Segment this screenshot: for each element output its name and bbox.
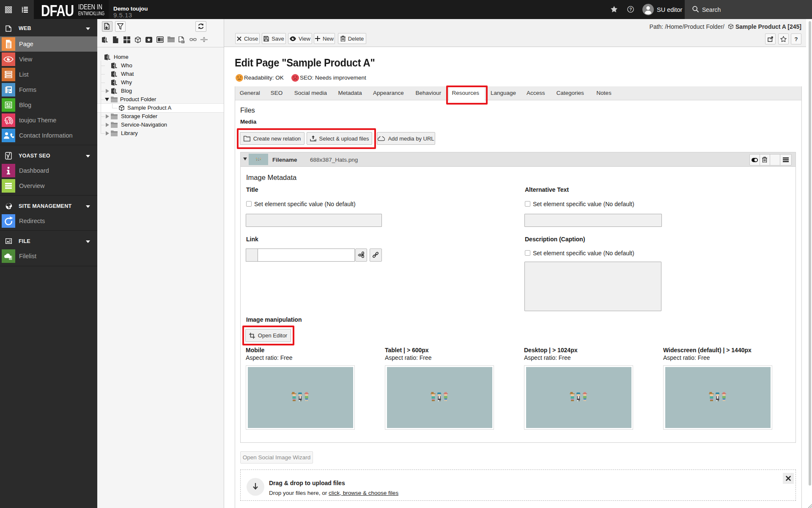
svg-text:?: ? <box>629 7 632 12</box>
